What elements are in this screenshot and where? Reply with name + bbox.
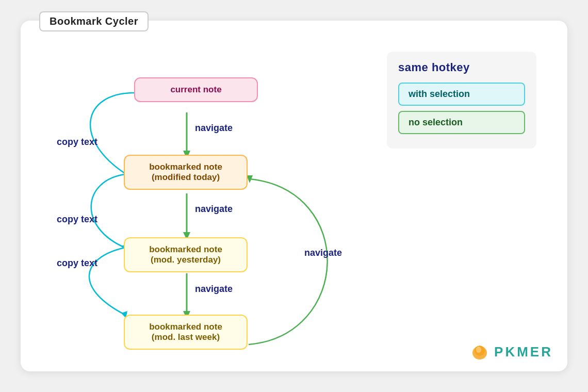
label-navigate-4: navigate [304,248,342,258]
node-bm3: bookmarked note (mod. last week) [124,315,248,350]
label-navigate-2: navigate [195,204,233,215]
label-copy-text-3: copy text [57,258,97,269]
same-hotkey-heading: same hotkey [398,61,525,74]
node-bm2: bookmarked note (mod. yesterday) [124,237,248,272]
main-card: Bookmark Cycler same hotkey with selecti… [21,21,567,371]
pkmer-text: PKMER [494,344,553,360]
label-navigate-1: navigate [195,123,233,134]
label-copy-text-1: copy text [57,137,97,148]
pkmer-icon [469,341,490,362]
no-selection-option: no selection [398,111,525,134]
label-copy-text-2: copy text [57,214,97,225]
node-current-note: current note [134,77,258,102]
label-navigate-3: navigate [195,284,233,295]
same-hotkey-panel: same hotkey with selection no selection [387,52,536,149]
with-selection-option: with selection [398,83,525,106]
node-bm1: bookmarked note (modified today) [124,155,248,190]
pkmer-logo: PKMER [469,341,553,362]
page-title: Bookmark Cycler [39,11,149,31]
flow-diagram: current note navigate bookmarked note (m… [52,46,361,356]
svg-point-12 [476,347,481,353]
